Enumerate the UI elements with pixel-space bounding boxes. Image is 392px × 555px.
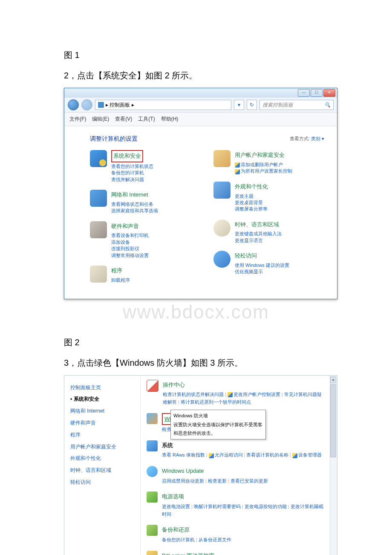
firewall-tooltip: Windows 防火墙 设置防火墙安全选项以保护计算机不受黑客和恶意软件的攻击。 <box>170 410 266 440</box>
section-link[interactable]: 更改用户帐户控制设置 <box>228 392 280 397</box>
category-icon <box>213 220 231 237</box>
minimize-button[interactable]: — <box>298 89 310 97</box>
section-title[interactable]: BitLocker 驱动器加密 <box>162 551 323 555</box>
menu-查看(V)[interactable]: 查看(V) <box>115 114 132 124</box>
category-link[interactable]: 查找并解决问题 <box>111 176 153 183</box>
category-link[interactable]: 更改主题 <box>235 193 268 199</box>
section-link[interactable]: 查看已安装的更新 <box>231 478 268 483</box>
breadcrumb[interactable]: ▸ 控制面板 ▸ <box>95 100 231 110</box>
scrollbar[interactable]: ▲ ▼ <box>330 376 337 555</box>
shield-icon <box>292 453 297 458</box>
section-icon <box>147 491 158 503</box>
category-link[interactable]: 卸载程序 <box>111 277 130 283</box>
section-links: 备份您的计算机|从备份还原文件 <box>162 536 323 544</box>
section-link[interactable]: ws 体验指数 <box>179 452 205 457</box>
view-by[interactable]: 查看方式: 类别 ▾ <box>290 134 324 143</box>
category-link[interactable]: 调整屏幕分辨率 <box>235 206 268 212</box>
category-title[interactable]: 用户帐户和家庭安全 <box>235 150 292 161</box>
category-用户帐户和家庭安全: 用户帐户和家庭安全添加或删除用户帐户为所有用户设置家长控制 <box>213 150 324 174</box>
category-link[interactable]: 更改桌面背景 <box>235 199 268 206</box>
section-电源选项: 电源选项更改电池设置|唤醒计算机时需要密码|更改电源按钮的功能|更改计算机睡眠时… <box>147 491 331 518</box>
category-link[interactable]: 查看设备和打印机 <box>111 232 149 239</box>
section-title[interactable]: 电源选项 <box>162 491 323 502</box>
section-link[interactable]: 查看该计算机的名称 <box>246 452 288 457</box>
category-link[interactable]: 优化视频显示 <box>235 269 289 275</box>
category-link[interactable]: 使用 Windows 建议的设置 <box>235 262 289 269</box>
category-link[interactable]: 备份您的计算机 <box>111 170 153 176</box>
section-link[interactable]: 检查计算机的状态并解决问题 <box>163 392 224 397</box>
forward-button[interactable] <box>81 99 92 110</box>
back-button[interactable] <box>68 99 79 110</box>
category-title[interactable]: 时钟、语言和区域 <box>235 220 282 230</box>
side-item-程序[interactable]: 程序 <box>70 430 134 440</box>
category-title[interactable]: 系统和安全 <box>111 150 143 162</box>
section-link[interactable]: 更改电池设置 <box>162 504 190 509</box>
section-link[interactable]: 备份您的计算机 <box>162 537 195 542</box>
section-link[interactable]: 启用或禁用自动更新 <box>162 478 204 483</box>
category-link[interactable]: 更改键盘或其他输入法 <box>235 231 282 237</box>
search-input[interactable]: 搜索控制面板 🔍 <box>259 100 334 110</box>
section-操作中心: 操作中心检查计算机的状态并解决问题|更改用户帐户控制设置|常见计算机问题疑难解答… <box>147 380 331 406</box>
menu-帮助(H)[interactable]: 帮助(H) <box>161 114 179 124</box>
menu-工具(T)[interactable]: 工具(T) <box>138 114 155 124</box>
category-icon <box>90 266 107 283</box>
main-content: 操作中心检查计算机的状态并解决问题|更改用户帐户控制设置|常见计算机问题疑难解答… <box>141 376 337 555</box>
category-link[interactable]: 添加或删除用户帐户 <box>235 162 292 168</box>
category-link[interactable]: 查看您的计算机状态 <box>111 163 153 170</box>
history-dropdown[interactable]: ▾ <box>234 100 244 110</box>
view-by-value: 类别 ▾ <box>311 136 324 141</box>
category-link[interactable]: 连接到投影仪 <box>111 246 149 252</box>
section-link[interactable]: 从备份还原文件 <box>199 537 231 542</box>
category-link[interactable]: 选择家庭组和共享选项 <box>111 208 158 214</box>
category-title[interactable]: 网络和 Internet <box>111 190 158 200</box>
section-title[interactable]: 系统 <box>162 440 323 451</box>
side-item-轻松访问[interactable]: 轻松访问 <box>70 477 134 487</box>
close-button[interactable]: ✕ <box>323 89 335 97</box>
menu-bar: 文件(F)编辑(E)查看(V)工具(T)帮助(H) <box>64 113 337 126</box>
side-item-网络和 Internet[interactable]: 网络和 Internet <box>70 406 134 416</box>
section-link[interactable]: 将计算机还原到一个较早的时间点 <box>181 399 251 405</box>
category-硬件和声音: 硬件和声音查看设备和打印机添加设备连接到投影仪调整常用移动设置 <box>90 221 201 259</box>
section-link[interactable]: 查看 RA <box>162 452 179 457</box>
side-item-外观和个性化[interactable]: 外观和个性化 <box>70 454 134 463</box>
maximize-button[interactable]: ☐ <box>311 89 323 97</box>
control-panel-icon <box>98 102 104 108</box>
category-column-right: 用户帐户和家庭安全添加或删除用户帐户为所有用户设置家长控制外观和个性化更改主题更… <box>213 150 324 290</box>
side-item-时钟、语言和区域[interactable]: 时钟、语言和区域 <box>70 465 134 475</box>
category-title[interactable]: 外观和个性化 <box>235 182 268 192</box>
section-title[interactable]: Windows Update <box>162 466 323 477</box>
side-home-link[interactable]: 控制面板主页 <box>70 383 134 393</box>
section-links: 启用或禁用自动更新|检查更新|查看已安装的更新 <box>162 477 323 485</box>
shield-icon <box>228 392 233 397</box>
side-item-用户帐户和家庭安全[interactable]: 用户帐户和家庭安全 <box>70 442 134 452</box>
step-3-text: 3，点击绿色【Windows 防火墙】如图 3 所示。 <box>64 355 328 371</box>
scroll-up-icon[interactable]: ▲ <box>330 376 336 383</box>
section-title[interactable]: 操作中心 <box>163 380 323 390</box>
system-security-window: 控制面板主页 • 系统和安全网络和 Internet硬件和声音程序用户帐户和家庭… <box>64 375 337 555</box>
category-title[interactable]: 程序 <box>111 266 130 276</box>
category-link[interactable]: 更改显示语言 <box>235 237 282 244</box>
category-title[interactable]: 轻松访问 <box>235 251 289 261</box>
section-link[interactable]: 更改电源按钮的功能 <box>245 504 287 509</box>
scroll-thumb[interactable] <box>330 384 336 457</box>
category-link[interactable]: 查看网络状态和任务 <box>111 201 158 208</box>
section-title[interactable]: 备份和还原 <box>162 525 323 535</box>
section-icon <box>147 380 159 392</box>
section-link[interactable]: 允许远程访问 <box>209 452 243 457</box>
side-item-系统和安全[interactable]: • 系统和安全 <box>70 394 134 404</box>
refresh-button[interactable]: ↻ <box>247 100 257 110</box>
section-link[interactable]: 检查更新 <box>208 478 227 483</box>
category-link[interactable]: 为所有用户设置家长控制 <box>235 168 292 174</box>
category-title[interactable]: 硬件和声音 <box>111 221 149 232</box>
view-by-label: 查看方式: <box>290 136 310 141</box>
menu-文件(F)[interactable]: 文件(F) <box>69 114 86 124</box>
section-link[interactable]: 设备管理器 <box>292 452 322 457</box>
menu-编辑(E)[interactable]: 编辑(E) <box>92 114 109 124</box>
side-item-硬件和声音[interactable]: 硬件和声音 <box>70 418 134 428</box>
section-links: 更改电池设置|唤醒计算机时需要密码|更改电源按钮的功能|更改计算机睡眠时间 <box>162 503 323 518</box>
category-link[interactable]: 添加设备 <box>111 239 149 246</box>
section-icon <box>147 525 158 536</box>
section-link[interactable]: 唤醒计算机时需要密码 <box>194 504 241 509</box>
category-link[interactable]: 调整常用移动设置 <box>111 252 149 259</box>
category-icon <box>213 251 231 268</box>
